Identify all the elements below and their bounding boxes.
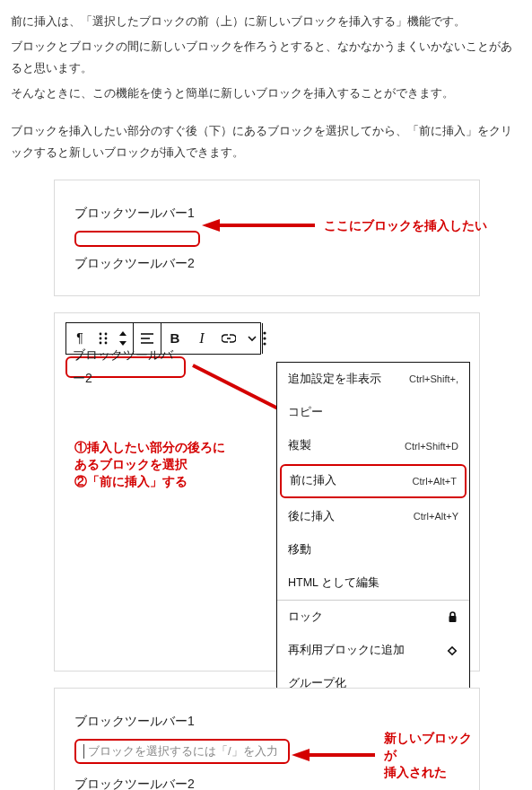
new-block-input-highlight[interactable]: ブロックを選択するには「/」を入力: [74, 739, 290, 764]
example-panel-after: ブロックツールバー1 ブロックを選択するには「/」を入力 ブロックツールバー2 …: [54, 688, 480, 790]
svg-marker-8: [119, 331, 126, 336]
intro-paragraph-4: ブロックを挿入したい部分のすぐ後（下）にあるブロックを選択してから、「前に挿入」…: [11, 120, 523, 163]
menu-label: 再利用ブロックに追加: [288, 640, 405, 661]
more-options-button[interactable]: [263, 323, 266, 354]
align-button[interactable]: [134, 333, 161, 344]
menu-label: 追加設定を非表示: [288, 369, 381, 390]
selected-block-label: ブロックツールバー2: [73, 344, 179, 391]
diamond-icon: [446, 645, 458, 657]
menu-label: ロック: [288, 607, 323, 628]
insert-target-highlight: [74, 231, 200, 247]
menu-item-edit-html[interactable]: HTML として編集: [277, 566, 469, 600]
annotation-step1-line2: あるブロックを選択: [74, 456, 225, 473]
menu-item-move[interactable]: 移動: [277, 533, 469, 566]
block-label-1: ブロックツールバー1: [74, 710, 459, 733]
svg-point-14: [263, 337, 266, 339]
block-context-menu: 追加設定を非表示 Ctrl+Shift+, コピー 複製 Ctrl+Shift+…: [276, 362, 470, 735]
annotation-step2: ②「前に挿入」する: [74, 473, 225, 490]
svg-point-3: [105, 333, 108, 336]
block-label-2: ブロックツールバー2: [74, 773, 459, 790]
svg-point-4: [100, 338, 102, 340]
menu-shortcut: Ctrl+Alt+T: [412, 472, 457, 490]
menu-shortcut: Ctrl+Alt+Y: [414, 507, 458, 525]
menu-item-add-reusable[interactable]: 再利用ブロックに追加: [277, 634, 469, 667]
menu-item-insert-before[interactable]: 前に挿入 Ctrl+Alt+T: [280, 464, 467, 497]
example-panel-menu: ¶ B I ブロックツールバー2: [54, 312, 480, 672]
menu-label: 前に挿入: [290, 470, 336, 491]
selected-block-highlight: ブロックツールバー2: [65, 356, 186, 378]
intro-paragraph-3: そんなときに、この機能を使うと簡単に新しいブロックを挿入することができます。: [11, 83, 523, 104]
svg-point-2: [100, 333, 102, 336]
drag-handle-button[interactable]: [93, 332, 113, 345]
menu-label: 複製: [288, 435, 311, 456]
svg-rect-18: [449, 616, 456, 622]
svg-point-15: [263, 342, 266, 345]
svg-rect-19: [449, 646, 456, 654]
menu-label: コピー: [288, 402, 323, 423]
block-label-1: ブロックツールバー1: [74, 202, 459, 225]
chevron-down-icon[interactable]: [242, 335, 262, 342]
menu-item-duplicate[interactable]: 複製 Ctrl+Shift+D: [277, 429, 469, 462]
menu-item-hide-settings[interactable]: 追加設定を非表示 Ctrl+Shift+,: [277, 363, 469, 396]
block-label-2: ブロックツールバー2: [74, 252, 459, 276]
example-panel-before: ブロックツールバー1 ブロックツールバー2 ここにブロックを挿入したい: [54, 180, 480, 296]
menu-item-copy[interactable]: コピー: [277, 396, 469, 429]
intro-paragraph-2: ブロックとブロックの間に新しいブロックを作ろうとすると、なかなかうまくいかないこ…: [11, 36, 523, 79]
svg-point-13: [263, 331, 266, 334]
menu-label: 後に挿入: [288, 506, 335, 527]
menu-item-insert-after[interactable]: 後に挿入 Ctrl+Alt+Y: [277, 500, 469, 533]
italic-button[interactable]: I: [188, 325, 215, 352]
menu-shortcut: Ctrl+Shift+,: [409, 370, 458, 388]
menu-label: HTML として編集: [288, 573, 379, 593]
menu-shortcut: Ctrl+Shift+D: [405, 437, 458, 455]
intro-paragraph-1: 前に挿入は、「選択したブロックの前（上）に新しいブロックを挿入する」機能です。: [11, 11, 523, 32]
menu-label: 移動: [288, 540, 311, 560]
menu-item-lock[interactable]: ロック: [277, 601, 469, 634]
svg-point-5: [105, 338, 108, 340]
new-block-placeholder: ブロックを選択するには「/」を入力: [88, 741, 278, 762]
lock-icon: [446, 611, 458, 624]
link-button[interactable]: [215, 334, 242, 343]
text-cursor-icon: [83, 744, 84, 759]
